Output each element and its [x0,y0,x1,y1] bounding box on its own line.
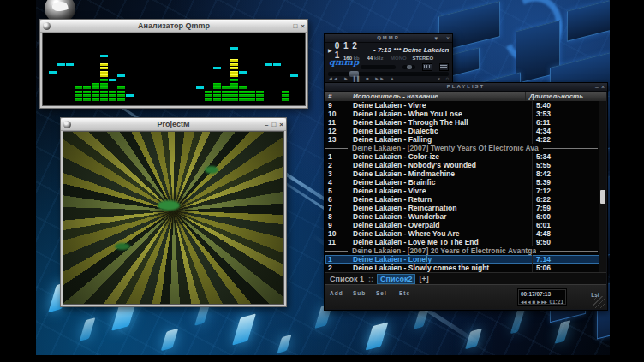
spectrum-bar [290,33,299,105]
playlist-row[interactable]: 4Deine Lakaien - Brainfic5:39 [325,178,606,187]
playlist-row[interactable]: 2Deine Lakaien - Slowly comes the night5… [325,264,606,272]
maximize-button[interactable]: □ [293,22,297,30]
playlist-row[interactable]: 3Deine Lakaien - Mindmachine8:42 [325,169,606,178]
playlist-row-selected[interactable]: 1Deine Lakaien - Lonely7:14 [325,255,606,264]
qmmp-skin-logo: qmmp [329,57,359,67]
track-number: 11 [325,118,349,127]
sub-button[interactable]: Sub [353,290,366,296]
track-title-marquee[interactable]: - 7:13 *** Deine Lakaien [373,46,449,54]
playlist-group-row[interactable]: Deine Lakaien - [2007] 20 Years of Elect… [325,246,606,255]
playlist-row[interactable]: 11Deine Lakaien - Through The Hall6:11 [325,118,606,127]
playlist-row[interactable]: 1Deine Lakaien - Color-ize5:34 [325,152,606,161]
playlist-bottom-bar: AddSubSelEtc 00:17/07:13 ◂◂ ◂ ■ ▸ ▸▸ 01:… [325,284,606,309]
spectrum-bar [126,33,134,105]
stereo-indicator: STEREO [412,56,433,61]
playlist-titlebar[interactable]: PLAYLIST – × [325,83,607,92]
stop-button[interactable]: ■ [366,76,369,81]
samplerate-value: 44 [367,56,373,61]
desktop: Анализатор Qmmp – □ × ProjectM – □ × [0,0,644,362]
minimize-button[interactable]: – [440,34,444,42]
track-duration: 5:39 [533,178,606,187]
playlist-row[interactable]: 10Deine Lakaien - Where You Are4:48 [325,229,606,238]
balance-slider[interactable] [402,65,416,69]
track-number: 1 [325,152,349,161]
spectrum-bar [100,33,109,105]
playlist-row[interactable]: 6Deine Lakaien - Return6:22 [325,195,606,204]
track-title: Deine Lakaien - Slowly comes the night [349,264,533,272]
playlist-row[interactable]: 2Deine Lakaien - Nobody's Wounded5:55 [325,161,606,169]
playlist-row[interactable]: 13Deine Lakaien - Falling4:22 [325,135,606,144]
track-number: 9 [325,101,349,110]
track-duration: 4:22 [533,135,606,144]
projectm-titlebar[interactable]: ProjectM – □ × [61,118,286,131]
playlist-row[interactable]: 9Deine Lakaien - Vivre5:40 [325,101,606,110]
track-duration: 3:53 [533,110,606,118]
samplerate-unit: kHz [374,56,384,61]
maximize-button[interactable]: □ [271,121,276,128]
play-status-icon: ▶ [328,47,332,53]
close-button[interactable]: × [446,34,450,42]
shade-button[interactable]: – [595,83,599,91]
minimize-button[interactable]: – [265,121,268,128]
column-artist-title[interactable]: Исполнитель - название [349,92,526,101]
shade-button[interactable]: ▾ [434,34,438,42]
playlist-group-row[interactable]: Deine Lakaien - [2007] Twenty Years Of E… [325,144,606,152]
playlist-row[interactable]: 10Deine Lakaien - When You Lose3:53 [325,110,606,118]
playlist-row[interactable]: 5Deine Lakaien - Vivre7:12 [325,187,606,195]
track-number: 3 [325,169,349,178]
playlist-row[interactable]: 12Deine Lakaien - Dialectic4:34 [325,127,606,135]
track-title: Deine Lakaien - Mindmachine [349,169,533,178]
tab-list1[interactable]: Список 1 [330,275,364,283]
track-number: 11 [325,238,349,246]
track-number: 6 [325,195,349,204]
track-duration: 9:50 [533,238,606,246]
playlist-row[interactable]: 9Deine Lakaien - Overpaid6:01 [325,221,606,229]
repeat-button[interactable]: ○ [445,76,449,81]
track-number: 9 [325,221,349,229]
playlist-scrollbar[interactable] [599,101,606,272]
equalizer-icon [424,65,431,68]
track-title: Deine Lakaien - When You Lose [349,110,533,118]
mini-time: 00:17/07:13 [521,291,564,297]
playlist-button[interactable] [439,63,449,71]
track-number: 13 [325,135,349,144]
track-number: 2 [325,161,349,169]
player-display: ▶ 0 1 2 1 - 7:13 *** Deine Lakaien [328,45,449,56]
analyzer-titlebar[interactable]: Анализатор Qmmp – □ × [40,20,307,33]
track-title: Deine Lakaien - Return [349,195,533,204]
close-button[interactable]: × [279,121,283,128]
track-title: Deine Lakaien - Lonely [349,255,533,264]
minimize-button[interactable]: – [286,22,289,30]
track-title: Deine Lakaien - Wunderbar [349,212,533,221]
close-button[interactable]: × [301,22,305,30]
transport-controls: ◄◄►▌▌■►►▲×○ [328,74,449,82]
pause-button[interactable]: ▌▌ [354,76,361,81]
next-button[interactable]: ►► [374,76,385,81]
tab-list2-active[interactable]: Список2 [378,275,414,283]
spectrum-bar [83,33,92,105]
shuffle-button[interactable]: × [438,76,441,81]
player-window-title: QMMP [325,35,452,40]
equalizer-button[interactable] [422,63,432,71]
play-button[interactable]: ► [343,76,349,81]
previous-button[interactable]: ◄◄ [328,76,338,81]
sel-button[interactable]: Sel [376,290,387,296]
projectm-window: ProjectM – □ × [60,117,287,307]
eject-button[interactable]: ▲ [390,76,395,81]
resize-grip[interactable] [593,296,605,308]
playlist-row[interactable]: 11Deine Lakaien - Love Me To The End9:50 [325,238,606,246]
mini-transport-icons[interactable]: ◂◂ ◂ ■ ▸ ▸▸ [521,299,547,306]
close-button[interactable]: × [601,83,605,91]
column-duration[interactable]: Длительность [526,92,599,101]
playlist-row[interactable]: 8Deine Lakaien - Wunderbar6:00 [325,212,606,221]
spectrum-bar [256,33,265,105]
scrollbar-thumb[interactable] [600,190,605,204]
volume-slider[interactable] [361,65,396,69]
add-button[interactable]: Add [330,290,343,296]
playlist-row[interactable]: 7Deine Lakaien - Reincarnation7:59 [325,204,606,212]
track-duration: 8:42 [533,169,606,178]
column-number[interactable]: # [325,92,349,101]
etc-button[interactable]: Etc [399,290,410,296]
add-tab-button[interactable]: [+] [419,275,428,283]
track-duration: 6:11 [533,118,606,127]
